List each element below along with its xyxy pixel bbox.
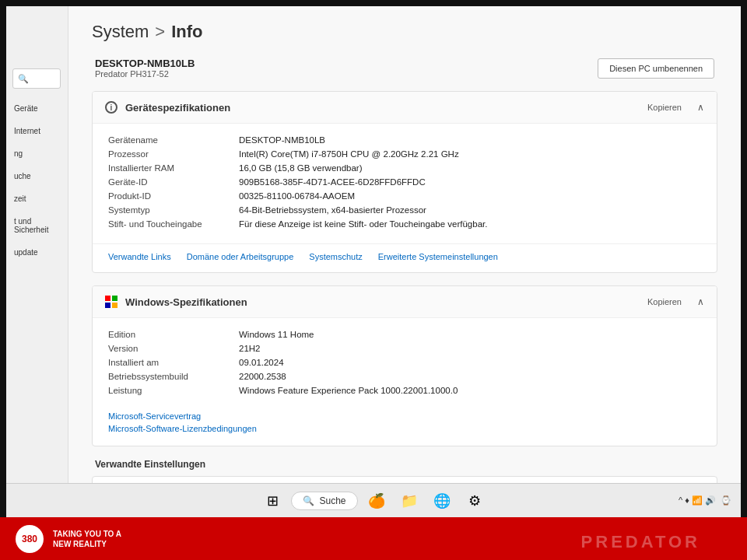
ms-service-link[interactable]: Microsoft-Servicevertrag [108, 410, 701, 422]
spec-value-produkt-id: 00325-81100-06784-AAOEM [239, 191, 701, 201]
main-content: System > Info DESKTOP-NMB10LB Predator P… [68, 6, 741, 483]
spec-label-produkt-id: Produkt-ID [108, 191, 233, 201]
spec-label-touch: Stift- und Toucheingabe [108, 219, 233, 229]
related-settings-title: Verwandte Einstellungen [92, 459, 717, 470]
spec-value-version: 21H2 [239, 344, 701, 353]
brand-name: PREDATOR [581, 532, 700, 552]
spec-label-installiert: Installiert am [108, 358, 233, 367]
spec-row-geraetename: Gerätename DESKTOP-NMB10LB [108, 133, 701, 147]
spec-value-prozessor: Intel(R) Core(TM) i7-8750H CPU @ 2.20GHz… [239, 149, 701, 159]
taskbar-search-bar[interactable]: 🔍 Suche [291, 492, 357, 510]
sidebar-item-update[interactable]: update [6, 243, 68, 261]
spec-row-produkt-id: Produkt-ID 00325-81100-06784-AAOEM [108, 189, 701, 203]
brand-line1: TAKING YOU TO A [53, 529, 121, 539]
spec-value-build: 22000.2538 [239, 372, 701, 381]
device-name-block: DESKTOP-NMB10LB Predator PH317-52 [95, 58, 195, 79]
tray-icons: ^ ♦ 📶 🔊 [679, 495, 716, 506]
device-header: DESKTOP-NMB10LB Predator PH317-52 Diesen… [92, 58, 717, 79]
windows-logo-icon [105, 296, 117, 308]
windows-specs-card: Windows-Spezifikationen Kopieren ∧ Editi… [92, 285, 717, 446]
taskbar-icon-1[interactable]: 🍊 [363, 487, 391, 515]
sidebar-item-internet[interactable]: Internet [6, 122, 68, 140]
device-specs-controls: Kopieren ∧ [641, 101, 704, 114]
spec-value-systemtyp: 64-Bit-Betriebssystem, x64-basierter Pro… [239, 205, 701, 215]
spec-label-prozessor: Prozessor [108, 149, 233, 159]
windows-specs-title-group: Windows-Spezifikationen [105, 296, 247, 308]
spec-value-geraetename: DESKTOP-NMB10LB [239, 135, 701, 145]
spec-row-prozessor: Prozessor Intel(R) Core(TM) i7-8750H CPU… [108, 147, 701, 161]
device-specs-copy-button[interactable]: Kopieren [641, 101, 688, 114]
related-link-domaene[interactable]: Domäne oder Arbeitsgruppe [187, 252, 294, 261]
rename-button[interactable]: Diesen PC umbenennen [598, 58, 714, 79]
spec-value-touch: Für diese Anzeige ist keine Stift- oder … [239, 219, 701, 229]
spec-label-geraetename: Gerätename [108, 135, 233, 145]
related-links: Verwandte Links Domäne oder Arbeitsgrupp… [93, 243, 717, 272]
windows-icon-q4 [112, 303, 117, 308]
taskbar-search-icon: 🔍 [303, 495, 314, 506]
breadcrumb: System > Info [92, 22, 717, 42]
breadcrumb-parent[interactable]: System [92, 22, 149, 42]
device-specs-chevron-icon[interactable]: ∧ [697, 102, 704, 113]
spec-row-geraete-id: Geräte-ID 909B5168-385F-4D71-ACEE-6D28FF… [108, 175, 701, 189]
screen: 🔍 Geräte Internet ng uche zeit t und Sic… [6, 6, 741, 517]
related-link-erweitert[interactable]: Erweiterte Systemeinstellungen [378, 252, 498, 261]
settings-item-activation[interactable]: 🔑 Product Key und Aktivierung Product Ke… [92, 476, 717, 483]
spec-row-version: Version 21H2 [108, 341, 701, 355]
spec-row-systemtyp: Systemtyp 64-Bit-Betriebssystem, x64-bas… [108, 203, 701, 217]
windows-icon-q3 [105, 303, 110, 308]
taskbar-search-label: Suche [319, 495, 345, 506]
search-icon: 🔍 [18, 74, 29, 84]
taskbar-settings-icon[interactable]: ⚙ [461, 487, 489, 515]
taskbar-windows-button[interactable]: ⊞ [258, 487, 286, 515]
spec-label-ram: Installierter RAM [108, 163, 233, 173]
tray-clock: ⌚ [721, 495, 731, 506]
windows-specs-chevron-icon[interactable]: ∧ [697, 296, 704, 307]
device-specs-title-group: i Gerätespezifikationen [105, 101, 230, 114]
brand-bar: 380 TAKING YOU TO A NEW REALITY PREDATOR [0, 517, 747, 560]
taskbar: ⊞ 🔍 Suche 🍊 📁 🌐 ⚙ ^ ♦ 📶 🔊 ⌚ [6, 483, 741, 517]
spec-value-ram: 16,0 GB (15,8 GB verwendbar) [239, 163, 701, 173]
windows-specs-controls: Kopieren ∧ [641, 296, 704, 308]
spec-row-installiert: Installiert am 09.01.2024 [108, 355, 701, 369]
brand-line2: NEW REALITY [53, 539, 121, 549]
breadcrumb-current: Info [171, 22, 202, 42]
sidebar-item-uche[interactable]: uche [6, 167, 68, 185]
taskbar-edge-icon[interactable]: 🌐 [428, 487, 456, 515]
brand-text: TAKING YOU TO A NEW REALITY [53, 529, 121, 549]
spec-label-version: Version [108, 344, 233, 353]
spec-label-build: Betriebssystembuild [108, 372, 233, 381]
windows-icon-q1 [105, 296, 110, 301]
ms-software-link[interactable]: Microsoft-Software-Lizenzbedingungen [108, 422, 701, 435]
monitor-bezel: 🔍 Geräte Internet ng uche zeit t und Sic… [0, 0, 747, 560]
taskbar-system-tray: ^ ♦ 📶 🔊 ⌚ [679, 495, 731, 506]
spec-row-leistung: Leistung Windows Feature Experience Pack… [108, 383, 701, 397]
sidebar-item-ng[interactable]: ng [6, 145, 68, 163]
spec-value-geraete-id: 909B5168-385F-4D71-ACEE-6D28FFD6FFDC [239, 177, 701, 187]
breadcrumb-separator: > [155, 22, 165, 42]
taskbar-icon-2[interactable]: 📁 [395, 487, 423, 515]
spec-label-edition: Edition [108, 330, 233, 339]
sidebar-item-geraete[interactable]: Geräte [6, 100, 68, 117]
related-link-verwandte[interactable]: Verwandte Links [108, 252, 171, 261]
device-specs-card: i Gerätespezifikationen Kopieren ∧ Gerät… [92, 91, 717, 273]
spec-row-edition: Edition Windows 11 Home [108, 327, 701, 341]
windows-specs-copy-button[interactable]: Kopieren [641, 296, 688, 308]
windows-specs-table: Edition Windows 11 Home Version 21H2 Ins… [93, 318, 717, 410]
info-icon: i [105, 101, 117, 114]
sidebar-search[interactable]: 🔍 [12, 68, 61, 89]
related-link-systemschutz[interactable]: Systemschutz [309, 252, 362, 261]
spec-label-leistung: Leistung [108, 386, 233, 395]
taskbar-center: ⊞ 🔍 Suche 🍊 📁 🌐 ⚙ [258, 487, 488, 515]
windows-specs-header: Windows-Spezifikationen Kopieren ∧ [93, 286, 717, 318]
spec-row-touch: Stift- und Toucheingabe Für diese Anzeig… [108, 217, 701, 231]
windows-specs-title: Windows-Spezifikationen [125, 296, 247, 308]
device-name: DESKTOP-NMB10LB [95, 58, 195, 69]
brand-logo: 380 [16, 525, 44, 553]
ms-links-block: Microsoft-Servicevertrag Microsoft-Softw… [93, 410, 717, 446]
spec-row-build: Betriebssystembuild 22000.2538 [108, 369, 701, 383]
spec-row-ram: Installierter RAM 16,0 GB (15,8 GB verwe… [108, 161, 701, 175]
windows-icon-q2 [112, 296, 117, 301]
sidebar-item-sicherheit[interactable]: t und Sicherheit [6, 212, 68, 239]
spec-label-geraete-id: Geräte-ID [108, 177, 233, 187]
sidebar-item-zeit[interactable]: zeit [6, 190, 68, 208]
